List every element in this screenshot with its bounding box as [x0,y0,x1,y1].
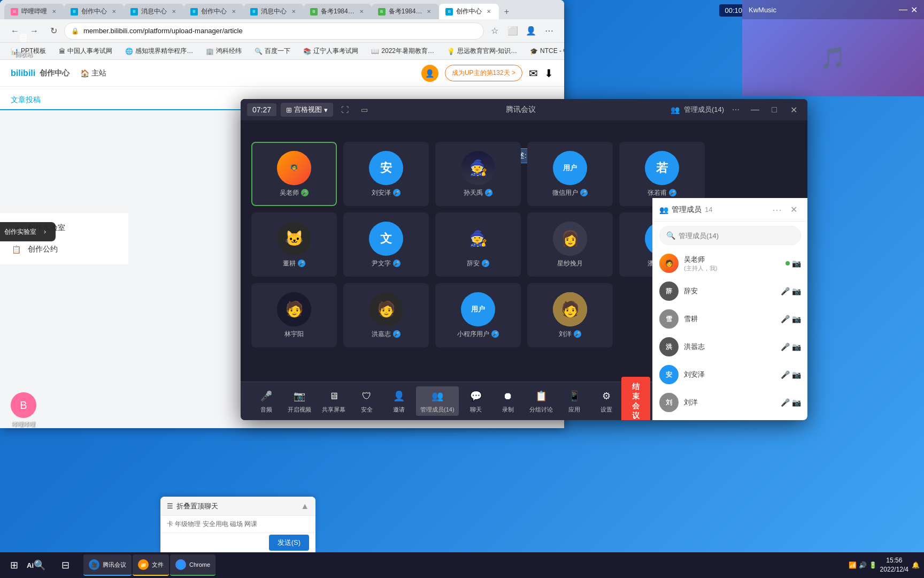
expand-view-button[interactable]: ⛶ [337,102,352,117]
desktop-icon-recycle[interactable]: 🗑 回收站 [4,27,43,58]
tab-close-7[interactable]: ✕ [425,8,433,16]
layout-toggle-button[interactable]: ▭ [357,102,372,117]
start-button[interactable]: ⊞ [2,553,26,577]
tool-breakout[interactable]: 📋 分组讨论 [525,386,557,416]
desktop-icon-bilibili[interactable]: B 哔哩哔哩 [4,392,43,428]
participant-hong[interactable]: 🧑 洪嘉志 🎤 [343,283,429,347]
bilibili-home-link[interactable]: 🏠 主站 [80,69,106,78]
bookmark-2022[interactable]: 📖 2022年暑期教育… [367,45,438,57]
taskbar-tencent-meeting[interactable]: 🎥 腾讯会议 [83,554,132,576]
notification-bell[interactable]: 🔔 [912,561,920,569]
chat-collapse-icon[interactable]: ▲ [301,501,309,511]
refresh-button[interactable]: ↻ [45,22,62,40]
bookmark-liaoning[interactable]: 📚 辽宁人事考试网 [299,45,363,57]
participant-sun[interactable]: 🧙 孙天禹 🎤 [435,142,521,206]
mic-blue-icon-sun: 🎤 [485,189,492,196]
browser-tab-4[interactable]: B 创作中心 ✕ [184,4,244,19]
browser-tab-8[interactable]: B 创作中心 ✕ [439,4,499,19]
tab-add-button[interactable]: + [499,4,514,19]
members-options-button[interactable]: ⋯ [772,204,782,216]
member-item-ci[interactable]: 辞 辞安 🎤 📷 [653,277,807,305]
name-dong: 董耕 🎤 [283,259,305,268]
tab-close-3[interactable]: ✕ [170,8,178,16]
participant-dong[interactable]: 🐱 董耕 🎤 [251,212,337,277]
participant-liuanze[interactable]: 安 刘安泽 🎤 [343,142,429,206]
participant-wechat[interactable]: 用户 微信用户 🎤 [527,142,613,206]
taskbar-chrome[interactable]: 🌐 Chrome [170,554,215,576]
extensions-button[interactable]: ⋯ [541,22,558,40]
bookmark-ganzhi[interactable]: 🌐 感知境界精华程序… [121,45,197,57]
browser-tab-2[interactable]: B 创作中心 ✕ [64,4,124,19]
participant-zhang[interactable]: 若 张若甫 🎤 [619,142,705,206]
bookmark-baidu[interactable]: 🔍 百度一下 [250,45,295,57]
tool-record[interactable]: ⏺ 录制 [493,386,523,416]
volume-icon: 🔊 [859,561,867,569]
members-panel-close[interactable]: ✕ [786,202,801,217]
participant-liuyang[interactable]: 🧑 刘洋 🎤 [527,283,613,347]
mail-icon[interactable]: ✉ [529,67,538,80]
kw-close-icon[interactable]: ✕ [911,5,918,15]
browser-tab-5[interactable]: B 消息中心 ✕ [244,4,304,19]
task-view-button[interactable]: ⊟ [53,553,77,577]
member-item-liuanze[interactable]: 安 刘安泽 🎤 📷 [653,361,807,389]
end-meeting-button[interactable]: 结束会议 [621,377,650,421]
members-more-button[interactable]: ⋯ [728,102,743,117]
tab-close-8[interactable]: ✕ [485,8,492,16]
member-item-pan[interactable]: 治 潘治宇 🎤 📷 [653,416,807,420]
audio-icon: 🎤 [259,389,274,404]
tool-video[interactable]: 📷 开启视频 [283,386,315,416]
bookmark-ntce[interactable]: 🎓 NTCE - 中国教育考… [526,45,564,57]
participant-lin[interactable]: 🧑 林宇阳 [251,283,337,347]
tool-apps[interactable]: 📱 应用 [559,386,589,416]
members-search-input[interactable] [679,232,794,240]
browser-tab-1[interactable]: B 哔哩哔哩 ✕ [4,4,64,19]
minimize-button[interactable]: — [748,102,763,117]
tab-close-1[interactable]: ✕ [50,8,58,16]
close-button[interactable]: ✕ [786,102,801,117]
tool-audio[interactable]: 🎤 音频 [251,386,281,416]
tool-settings[interactable]: ⚙ 设置 [591,386,621,416]
taskbar-clock[interactable]: 15:56 2022/12/4 [880,556,908,574]
profile-button[interactable]: 👤 [522,22,540,40]
bookmark-button[interactable]: ☆ [486,22,503,40]
member-item-hongzhi[interactable]: 洪 洪嚣志 🎤 📷 [653,333,807,361]
participant-ci[interactable]: 🧙 辞安 🎤 [435,212,521,277]
participant-mini[interactable]: 用户 小程序用户 🎤 [435,283,521,347]
tool-invite[interactable]: 👤 邀请 [384,386,414,416]
member-item-liuyang[interactable]: 刘 刘洋 🎤 📷 [653,389,807,416]
bilibili-nav: 🏠 主站 [80,69,106,78]
tab-close-6[interactable]: ✕ [358,8,365,16]
browser-tab-3[interactable]: B 消息中心 ✕ [124,4,184,19]
tab-close-5[interactable]: ✕ [290,8,297,16]
browser-tab-7[interactable]: B 备考1984… ✕ [372,4,440,19]
address-bar[interactable]: 🔒 member.bilibili.com/platform/upload-ma… [64,22,484,40]
tab-close-4[interactable]: ✕ [230,8,237,16]
tool-share-screen[interactable]: 🖥 共享屏幕 [318,386,350,416]
tool-security[interactable]: 🛡 安全 [352,386,382,416]
participant-xing[interactable]: 👩 星纱挽月 [527,212,613,277]
member-item-wu[interactable]: 🧑 吴老师 (主持人，我) 📷 [653,249,807,277]
share-screen-icon: 🖥 [326,389,341,404]
bookmark-siyuan[interactable]: 💡 思远教育官网-知识… [443,45,521,57]
member-item-xue[interactable]: 雪 雪耕 🎤 📷 [653,305,807,333]
taskbar-file-manager[interactable]: 📁 文件 [133,554,169,576]
download-icon[interactable]: ⬇ [544,67,553,80]
kw-minimize-icon[interactable]: — [899,5,907,15]
kw-music-widget[interactable]: KwMusic — ✕ 🎵 [742,0,924,96]
tab-close-2[interactable]: ✕ [110,8,118,16]
sidebar-agreement-item[interactable]: 📋 创作公约 [0,239,128,260]
tool-chat[interactable]: 💬 聊天 [461,386,491,416]
become-up-button[interactable]: 成为UP主的第132天 > [445,65,522,81]
browser-tab-6[interactable]: B 备考1984… ✕ [304,4,372,19]
chat-send-button[interactable]: 发送(S) [269,535,309,551]
view-selector[interactable]: ⊞ 宫格视图 ▾ [281,103,333,117]
side-menu-toggle[interactable]: › [38,225,51,238]
maximize-button[interactable]: □ [767,102,782,117]
member-info-wu: 吴老师 (主持人，我) [684,255,780,272]
bookmark-renshi[interactable]: 🏛 中国人事考试网 [55,45,117,57]
split-view-button[interactable]: ⬜ [504,22,521,40]
participant-yin[interactable]: 文 尹文字 🎤 [343,212,429,277]
tool-members[interactable]: 👥 管理成员(14) [416,386,459,416]
bookmark-hong[interactable]: 🏢 鸿科经纬 [202,45,246,57]
participant-wu[interactable]: 🧑‍🏫 吴老师 🎤 [251,142,337,206]
